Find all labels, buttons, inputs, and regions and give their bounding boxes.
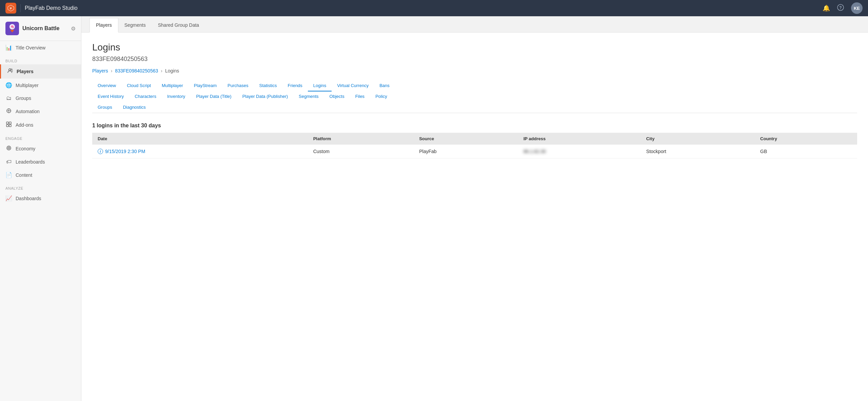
sidebar-item-groups[interactable]: 🗂 Groups: [0, 92, 81, 105]
svg-point-12: [8, 110, 9, 111]
addons-icon: [5, 122, 12, 128]
sidebar-item-economy[interactable]: Economy: [0, 142, 81, 155]
tab-segments[interactable]: Segments: [118, 18, 152, 33]
sub-nav-row-1: Overview Cloud Script Multiplayer PlaySt…: [92, 80, 857, 91]
main-tabs-bar: Players Segments Shared Group Data: [81, 16, 868, 33]
top-nav-left: P PlayFab Demo Studio: [5, 3, 78, 14]
sub-nav-row-3: Groups Diagnostics: [92, 102, 857, 113]
col-platform: Platform: [308, 133, 414, 145]
nav-divider: [20, 4, 21, 12]
cell-country: GB: [755, 145, 857, 159]
main-layout: 🦄 Unicorn Battle ⚙ 📊 Title Overview BUIL…: [0, 16, 868, 401]
sidebar-brand: 🦄 Unicorn Battle ⚙: [0, 16, 81, 41]
game-icon: 🦄: [5, 22, 19, 35]
sub-nav-statistics[interactable]: Statistics: [254, 80, 282, 91]
sub-nav-files[interactable]: Files: [350, 91, 370, 102]
svg-text:🦄: 🦄: [11, 26, 14, 29]
svg-point-10: [11, 69, 12, 70]
sidebar-item-automation[interactable]: Automation: [0, 105, 81, 118]
svg-point-23: [8, 148, 9, 148]
sub-nav-playstream[interactable]: PlayStream: [189, 80, 222, 91]
globe-icon: 🌐: [5, 82, 12, 88]
game-title: Unicorn Battle: [22, 25, 59, 31]
table-row: i 9/15/2019 2:30 PM Custom PlayFab 86.1.…: [92, 145, 857, 159]
sub-nav-bans[interactable]: Bans: [374, 80, 395, 91]
content-icon: 📄: [5, 172, 12, 178]
sub-nav-overview[interactable]: Overview: [92, 80, 121, 91]
sidebar-item-leaderboards[interactable]: 🏷 Leaderboards: [0, 155, 81, 168]
players-icon: [6, 68, 13, 75]
sub-nav-player-data-title[interactable]: Player Data (Title): [191, 91, 237, 102]
main-content: Players Segments Shared Group Data Login…: [81, 16, 868, 401]
breadcrumb-sep-2: ›: [161, 68, 162, 73]
breadcrumb-current: Logins: [165, 68, 179, 73]
sidebar-item-dashboards[interactable]: 📈 Dashboards: [0, 192, 81, 205]
tab-players[interactable]: Players: [90, 18, 118, 33]
sub-nav-segments[interactable]: Segments: [293, 91, 324, 102]
col-city: City: [641, 133, 755, 145]
cell-source: PlayFab: [414, 145, 518, 159]
help-icon[interactable]: ?: [837, 4, 844, 13]
sub-nav-purchases[interactable]: Purchases: [222, 80, 254, 91]
cell-ip: 86.1.62.30: [518, 145, 641, 159]
col-source: Source: [414, 133, 518, 145]
breadcrumb-players[interactable]: Players: [92, 68, 108, 73]
studio-name: PlayFab Demo Studio: [25, 5, 78, 11]
page-title: Logins: [92, 42, 857, 53]
sub-nav-row-2: Event History Characters Inventory Playe…: [92, 91, 857, 102]
user-avatar[interactable]: KE: [851, 2, 863, 14]
sidebar-item-title-overview[interactable]: 📊 Title Overview: [0, 41, 81, 54]
sidebar-item-content[interactable]: 📄 Content: [0, 168, 81, 182]
dashboards-icon: 📈: [5, 195, 12, 202]
logins-table: Date Platform Source IP address City Cou…: [92, 133, 857, 159]
playfab-logo[interactable]: P: [5, 3, 16, 14]
svg-rect-20: [9, 125, 11, 127]
section-engage: ENGAGE: [0, 132, 81, 142]
breadcrumb: Players › 833FE09840250563 › Logins: [92, 68, 857, 73]
sidebar-item-players[interactable]: Players: [0, 64, 81, 79]
section-build: BUILD: [0, 54, 81, 64]
sub-nav-event-history[interactable]: Event History: [92, 91, 129, 102]
sub-nav-characters[interactable]: Characters: [129, 91, 162, 102]
col-ip: IP address: [518, 133, 641, 145]
sidebar-item-addons[interactable]: Add-ons: [0, 118, 81, 132]
top-nav-right: 🔔 ? KE: [823, 2, 863, 14]
date-link[interactable]: i 9/15/2019 2:30 PM: [98, 149, 302, 154]
cell-platform: Custom: [308, 145, 414, 159]
content-area: Logins 833FE09840250563 Players › 833FE0…: [81, 33, 868, 168]
economy-icon: [5, 145, 12, 152]
sub-nav-friends[interactable]: Friends: [282, 80, 308, 91]
svg-rect-17: [6, 122, 8, 124]
breadcrumb-sep-1: ›: [111, 68, 113, 73]
sub-nav-player-data-publisher[interactable]: Player Data (Publisher): [237, 91, 293, 102]
sub-nav-policy[interactable]: Policy: [370, 91, 393, 102]
col-country: Country: [755, 133, 857, 145]
section-analyze: ANALYZE: [0, 182, 81, 192]
logins-summary: 1 logins in the last 30 days: [92, 123, 857, 129]
sub-nav-logins[interactable]: Logins: [308, 80, 332, 91]
sub-nav-groups[interactable]: Groups: [92, 102, 118, 113]
breadcrumb-player-id[interactable]: 833FE09840250563: [115, 68, 158, 73]
groups-icon: 🗂: [5, 95, 12, 101]
sub-nav-virtual-currency[interactable]: Virtual Currency: [332, 80, 374, 91]
sidebar: 🦄 Unicorn Battle ⚙ 📊 Title Overview BUIL…: [0, 16, 81, 401]
svg-rect-19: [6, 125, 8, 127]
sub-nav-cloud-script[interactable]: Cloud Script: [121, 80, 156, 91]
top-nav: P PlayFab Demo Studio 🔔 ? KE: [0, 0, 868, 16]
cell-date: i 9/15/2019 2:30 PM: [92, 145, 308, 159]
sub-nav-inventory[interactable]: Inventory: [162, 91, 191, 102]
chart-icon: 📊: [5, 44, 12, 51]
sidebar-item-multiplayer[interactable]: 🌐 Multiplayer: [0, 79, 81, 92]
automation-icon: [5, 108, 12, 115]
sub-nav-diagnostics[interactable]: Diagnostics: [118, 102, 151, 113]
notification-icon[interactable]: 🔔: [823, 4, 830, 12]
table-header-row: Date Platform Source IP address City Cou…: [92, 133, 857, 145]
svg-rect-18: [9, 122, 11, 124]
settings-icon[interactable]: ⚙: [71, 25, 76, 32]
sub-nav-multiplayer[interactable]: Multiplayer: [156, 80, 189, 91]
cell-city: Stockport: [641, 145, 755, 159]
info-icon: i: [98, 149, 103, 154]
col-date: Date: [92, 133, 308, 145]
sub-nav-objects[interactable]: Objects: [324, 91, 350, 102]
tab-shared-group-data[interactable]: Shared Group Data: [152, 18, 205, 33]
